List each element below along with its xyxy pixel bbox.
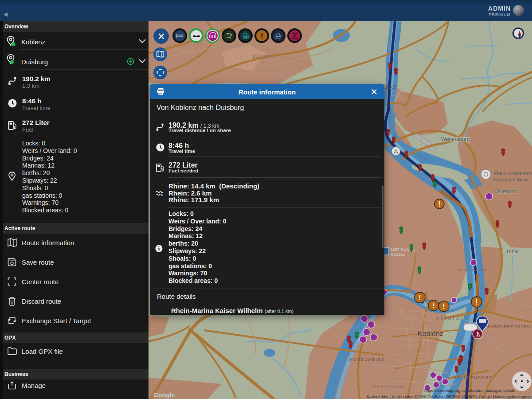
svg-text:EHRENBREITSTEIN: EHRENBREITSTEIN xyxy=(488,325,532,329)
svg-text:BLOCK: BLOCK xyxy=(253,54,271,59)
svg-text:NEUENDORF: NEUENDORF xyxy=(458,268,491,272)
svg-text:!: ! xyxy=(438,200,440,208)
svg-text:!: ! xyxy=(442,303,445,310)
svg-text:Urbar: Urbar xyxy=(507,249,519,254)
svg-text:Google: Google xyxy=(153,391,175,399)
svg-text:ALTSTADT: ALTSTADT xyxy=(436,316,469,321)
svg-text:Koblenz: Koblenz xyxy=(418,330,443,337)
svg-text:©openstreetmap.org contributor: ©openstreetmap.org contributors, mass.go… xyxy=(424,388,516,393)
svg-text:!: ! xyxy=(432,302,434,309)
svg-text:MOSELWEISS: MOSELWEISS xyxy=(349,357,385,362)
svg-text:KARTHAUSE: KARTHAUSE xyxy=(373,384,406,388)
svg-text:Weitersburg: Weitersburg xyxy=(441,136,469,142)
svg-text:Kartenfehler | Kartendaten ©20: Kartenfehler | Kartendaten ©2020 GeoBasi… xyxy=(367,395,532,399)
svg-text:Rhein-Charterboot: Rhein-Charterboot xyxy=(493,171,532,176)
svg-text:Koblenz: Koblenz xyxy=(391,252,405,257)
svg-text:Schand of Mose: Schand of Mose xyxy=(493,177,529,182)
svg-text:!: ! xyxy=(419,294,421,301)
svg-text:PFAFFENDORF: PFAFFENDORF xyxy=(454,376,493,380)
svg-text:Vallendar: Vallendar xyxy=(494,188,516,195)
svg-text:!: ! xyxy=(475,298,477,306)
